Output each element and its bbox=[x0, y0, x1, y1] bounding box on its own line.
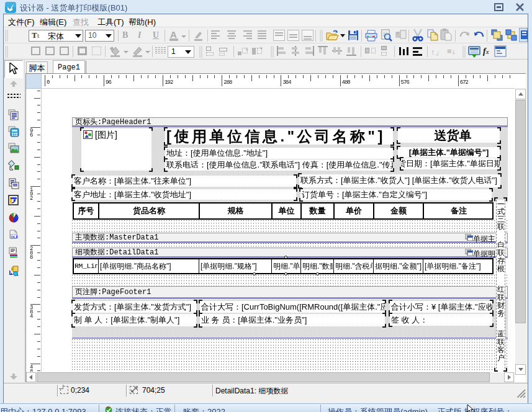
svg-text:OLE: OLE bbox=[11, 235, 19, 239]
